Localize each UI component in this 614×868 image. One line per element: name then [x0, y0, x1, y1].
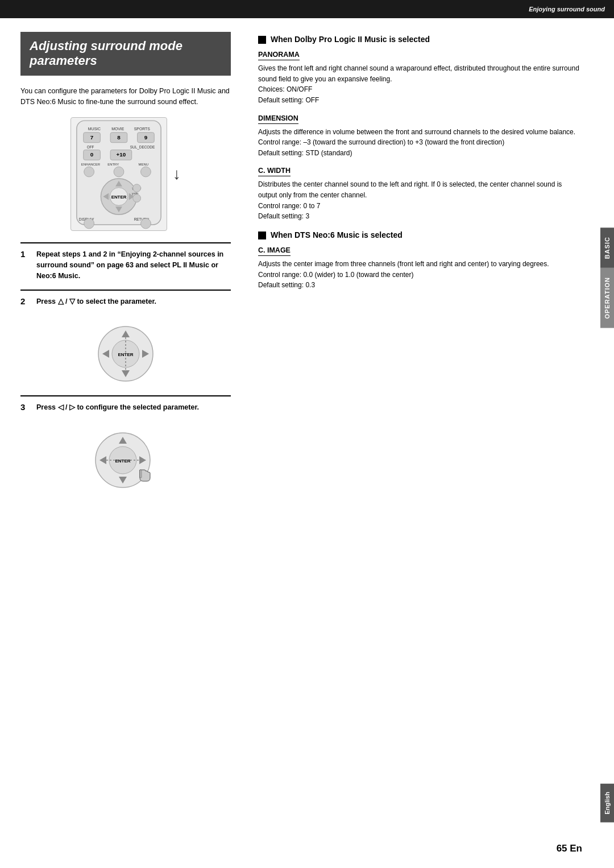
- cimage-body: Adjusts the center image from three chan…: [258, 259, 580, 291]
- page-number: 65 En: [557, 843, 582, 854]
- step-2-text: Press △ / ▽ to select the parameter.: [36, 296, 156, 307]
- nav-circle-svg-2: ENTER: [94, 323, 157, 385]
- panorama-title: PANORAMA: [258, 51, 300, 60]
- top-bar: Enjoying surround sound: [0, 0, 614, 18]
- section-2-bullet: [258, 232, 266, 239]
- step-3-number: 3: [20, 402, 31, 412]
- section-2-header: When DTS Neo:6 Music is selected: [258, 230, 580, 240]
- subsection-dimension: DIMENSION Adjusts the difference in volu…: [258, 114, 580, 159]
- svg-text:+10: +10: [117, 152, 126, 158]
- step-3: 3 Press ◁ / ▷ to configure the selected …: [20, 395, 231, 421]
- svg-point-19: [84, 167, 94, 177]
- section-1-title: When Dolby Pro Logic II Music is selecte…: [271, 34, 430, 44]
- svg-text:ENTRY: ENTRY: [107, 163, 119, 166]
- down-arrow-icon: ↓: [173, 165, 181, 183]
- svg-text:MOVIE: MOVIE: [111, 127, 125, 131]
- english-tab: English: [600, 784, 614, 822]
- remote-svg: MUSIC MOVIE SPORTS 7 8 9 OFF SUL_DECODE …: [70, 117, 167, 231]
- svg-text:ENHANCER: ENHANCER: [81, 163, 100, 166]
- nav-circle-step2: ENTER: [20, 323, 231, 385]
- page-title-box: Adjusting surround mode parameters: [20, 32, 231, 76]
- svg-text:SPORTS: SPORTS: [134, 127, 151, 131]
- cimage-title: C. IMAGE: [258, 246, 291, 256]
- right-column: When Dolby Pro Logic II Music is selecte…: [244, 32, 614, 507]
- subsection-panorama: PANORAMA Gives the front left and right …: [258, 50, 580, 105]
- step-3-text: Press ◁ / ▷ to configure the selected pa…: [36, 402, 199, 413]
- nav-circle-svg-3: ENTER: [89, 429, 163, 497]
- nav-circle-step3: ENTER: [20, 429, 231, 497]
- svg-point-32: [133, 195, 141, 202]
- svg-text:SUL_DECODE: SUL_DECODE: [130, 145, 155, 150]
- section-1-header: When Dolby Pro Logic II Music is selecte…: [258, 34, 580, 44]
- svg-text:8: 8: [117, 134, 121, 140]
- svg-text:MENU: MENU: [139, 163, 148, 166]
- dimension-title: DIMENSION: [258, 114, 298, 124]
- svg-point-35: [84, 218, 94, 229]
- svg-text:7: 7: [90, 134, 94, 140]
- step-1: 1 Repeat steps 1 and 2 in “Enjoying 2-ch…: [20, 242, 231, 289]
- section-1-bullet: [258, 36, 266, 44]
- left-column: Adjusting surround mode parameters You c…: [0, 32, 244, 507]
- svg-point-36: [141, 218, 151, 229]
- cwidth-title: C. WIDTH: [258, 167, 291, 176]
- subsection-cwidth: C. WIDTH Distributes the center channel …: [258, 166, 580, 221]
- side-tabs: BASIC OPERATION: [600, 228, 614, 328]
- basic-tab: BASIC: [600, 228, 614, 268]
- svg-text:ENTER: ENTER: [115, 458, 130, 464]
- page-title: Adjusting surround mode parameters: [30, 39, 222, 69]
- svg-text:ENTER: ENTER: [111, 195, 127, 200]
- dimension-body: Adjusts the difference in volume between…: [258, 127, 580, 159]
- panorama-body: Gives the front left and right channel s…: [258, 63, 580, 105]
- main-content: Adjusting surround mode parameters You c…: [0, 18, 614, 507]
- operation-tab: OPERATION: [600, 268, 614, 328]
- svg-text:0: 0: [90, 152, 94, 158]
- svg-point-31: [133, 184, 141, 192]
- cwidth-body: Distributes the center channel sound to …: [258, 179, 580, 221]
- svg-text:9: 9: [144, 134, 148, 140]
- step-1-text: Repeat steps 1 and 2 in “Enjoying 2-chan…: [36, 249, 231, 281]
- subsection-cimage: C. IMAGE Adjusts the center image from t…: [258, 246, 580, 291]
- remote-control-image: MUSIC MOVIE SPORTS 7 8 9 OFF SUL_DECODE …: [20, 117, 231, 231]
- svg-rect-53: [140, 470, 142, 478]
- svg-text:OFF: OFF: [87, 145, 94, 149]
- step-2: 2 Press △ / ▽ to select the parameter.: [20, 290, 231, 315]
- svg-text:MUSIC: MUSIC: [88, 127, 101, 131]
- top-bar-title: Enjoying surround sound: [529, 6, 605, 13]
- step-1-number: 1: [20, 249, 31, 259]
- svg-point-21: [141, 167, 151, 177]
- intro-text: You can configure the parameters for Dol…: [20, 86, 231, 108]
- section-2-title: When DTS Neo:6 Music is selected: [271, 230, 403, 240]
- step-2-number: 2: [20, 296, 31, 306]
- svg-point-20: [114, 167, 124, 177]
